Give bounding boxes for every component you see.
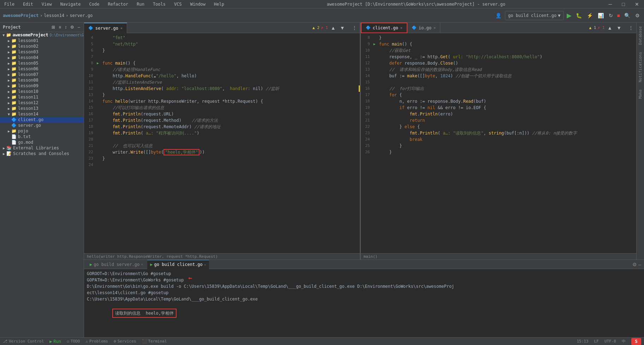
right-status-line: main() bbox=[361, 253, 637, 260]
stop-button[interactable]: ■ bbox=[616, 12, 621, 19]
tree-item-lesson12[interactable]: ▶📁lesson12 bbox=[0, 100, 84, 106]
tree-item-pojo[interactable]: ▶📁pojo bbox=[0, 128, 84, 134]
debug-button[interactable]: 🐛 bbox=[574, 12, 583, 19]
run-status-btn[interactable]: ▶ Run bbox=[49, 339, 61, 344]
tab-close-btn[interactable]: ✕ bbox=[434, 26, 436, 30]
console-minimize-btn[interactable]: – bbox=[638, 262, 641, 267]
sidebar-minimize-btn[interactable]: – bbox=[77, 24, 81, 30]
go-tab-icon: 🔷 bbox=[412, 25, 417, 30]
rerun-button[interactable]: ↻ bbox=[607, 12, 614, 19]
nav-up-btn[interactable]: ▲ bbox=[329, 25, 337, 31]
tree-item-lesson08[interactable]: ▶📁lesson08 bbox=[0, 77, 84, 83]
tree-item-gomod[interactable]: 📄go.mod bbox=[0, 139, 84, 145]
version-control-btn[interactable]: ⎇ Version Control bbox=[3, 339, 44, 344]
minimize-button[interactable]: ─ bbox=[607, 0, 614, 8]
menu-navigate[interactable]: Navigate bbox=[59, 1, 82, 7]
arrow-annotation: GOROOT=D:\Environment\Go #gosetup ← bbox=[87, 270, 171, 277]
tree-item-lesson13[interactable]: ▶📁lesson13 bbox=[0, 106, 84, 111]
tree-item-lesson10[interactable]: ▶📁lesson10 bbox=[0, 89, 84, 94]
console-settings-btn[interactable]: ⚙ bbox=[632, 262, 637, 267]
tree-item-lesson03[interactable]: ▶📁lesson03 bbox=[0, 49, 84, 55]
nav-down-btn[interactable]: ▼ bbox=[615, 25, 623, 31]
sidebar-collapse-btn[interactable]: ↕ bbox=[64, 24, 67, 30]
tab-server-go[interactable]: 🔷 server.go ✕ bbox=[84, 23, 127, 33]
tab-close-btn[interactable]: ✕ bbox=[120, 26, 123, 30]
menu-tools[interactable]: Tools bbox=[151, 1, 167, 7]
tree-item-scratches[interactable]: ▶📝Scratches and Consoles bbox=[0, 151, 84, 156]
tree-item-lesson05[interactable]: ▶📁lesson05 bbox=[0, 60, 84, 66]
code-line: 26 } bbox=[361, 149, 637, 155]
breadcrumb-file[interactable]: server.go bbox=[70, 13, 93, 18]
tab-close-btn[interactable]: ✕ bbox=[400, 26, 402, 30]
sidebar: Project ⊞ ≡ ↕ ⚙ – ▼ 📁 awesomeProject D:\… bbox=[0, 23, 84, 337]
settings-button[interactable]: ⚙ bbox=[634, 12, 641, 19]
nav-up-btn[interactable]: ▲ bbox=[606, 25, 614, 31]
menu-run[interactable]: Run bbox=[135, 1, 146, 7]
tree-item-clicent-go[interactable]: 🔷 clicent.go bbox=[0, 117, 84, 123]
run-button[interactable]: ▶ bbox=[566, 11, 572, 20]
tree-item-lesson06[interactable]: ▶📁lesson06 bbox=[0, 66, 84, 72]
breadcrumb-project[interactable]: awesomeProject bbox=[3, 13, 38, 18]
breadcrumb-folder[interactable]: lesson14 bbox=[44, 13, 64, 18]
tree-item-lesson02[interactable]: ▶📁lesson02 bbox=[0, 43, 84, 49]
status-encoding[interactable]: LF bbox=[594, 339, 599, 344]
problems-btn[interactable]: ⚠ Problems bbox=[85, 339, 108, 344]
menu-file[interactable]: File bbox=[3, 1, 16, 7]
make-btn[interactable]: Make bbox=[637, 87, 643, 101]
tree-label: External Libraries bbox=[13, 145, 59, 150]
todo-btn[interactable]: ☑ TODO bbox=[67, 339, 80, 344]
right-code-content: 8 } 9 ▶ func main() { 10 //获取Get bbox=[361, 33, 637, 157]
services-btn[interactable]: ⚙ Services bbox=[114, 339, 136, 344]
run-config-dropdown[interactable]: go build clicent.go ▼ bbox=[505, 11, 564, 20]
tree-label: lesson11 bbox=[18, 95, 38, 100]
tree-item-lesson11[interactable]: ▶📁lesson11 bbox=[0, 94, 84, 100]
menu-vcs[interactable]: VCS bbox=[173, 1, 183, 7]
tree-item-lesson01[interactable]: ▶📁lesson01 bbox=[0, 38, 84, 43]
menu-view[interactable]: View bbox=[40, 1, 53, 7]
database-btn[interactable]: Database bbox=[637, 24, 643, 47]
terminal-btn[interactable]: ⬛ Terminal bbox=[142, 339, 167, 344]
code-line: 20 fmt.Println(erro) bbox=[361, 111, 637, 117]
toolbar: awesomeProject › lesson14 › server.go 👤 … bbox=[0, 8, 644, 23]
menu-edit[interactable]: Edit bbox=[22, 1, 35, 7]
tree-item-lesson09[interactable]: ▶📁lesson09 bbox=[0, 83, 84, 89]
search-button[interactable]: 🔍 bbox=[623, 12, 632, 19]
profile-run-button[interactable]: 📊 bbox=[596, 12, 605, 19]
coverage-button[interactable]: ⚡ bbox=[585, 12, 594, 19]
folder-icon: 📁 bbox=[11, 38, 17, 43]
maximize-button[interactable]: □ bbox=[620, 0, 627, 8]
sidebar-settings-btn[interactable]: ⚙ bbox=[70, 24, 75, 30]
tree-item-btxt[interactable]: 📄b.txt bbox=[0, 134, 84, 139]
console-tab-server[interactable]: ▶ go build server.go ✕ bbox=[87, 260, 146, 269]
menu-window[interactable]: Window bbox=[189, 1, 207, 7]
tree-item-lesson04[interactable]: ▶📁lesson04 bbox=[0, 55, 84, 60]
nav-down-btn[interactable]: ▼ bbox=[339, 25, 346, 31]
console-tab-clicent-close[interactable]: ✕ bbox=[204, 263, 206, 267]
version-control-icon: ⎇ bbox=[3, 339, 7, 344]
tree-item-ext-libs[interactable]: ▶📚External Libraries bbox=[0, 145, 84, 151]
tree-item-lesson07[interactable]: ▶📁lesson07 bbox=[0, 72, 84, 77]
run-status-icon: ▶ bbox=[49, 339, 52, 344]
logo-s[interactable]: S bbox=[631, 338, 641, 345]
console-tab-clicent[interactable]: ▶ go build clicent.go ✕ bbox=[147, 260, 209, 269]
notifications-btn[interactable]: Notifications bbox=[637, 50, 643, 84]
tree-item-awesomeproject[interactable]: ▼ 📁 awesomeProject D:\Environment\G bbox=[0, 32, 84, 38]
gutter-yellow bbox=[359, 85, 360, 92]
tabs-more-btn[interactable]: ⋮ bbox=[349, 25, 360, 31]
tree-item-lesson14[interactable]: ▼📁lesson14 bbox=[0, 111, 84, 117]
status-charset[interactable]: UTF-8 bbox=[604, 339, 616, 344]
sidebar-layout-btn[interactable]: ⊞ bbox=[51, 24, 56, 30]
tab-clicent-go[interactable]: 🔷 clicent.go ✕ bbox=[361, 23, 407, 33]
tree-item-server-go[interactable]: 🔷 server.go bbox=[0, 123, 84, 128]
tab-io-go[interactable]: 🔷 io.go ✕ bbox=[407, 23, 440, 33]
sidebar-sort-btn[interactable]: ≡ bbox=[58, 24, 62, 30]
status-lang[interactable]: 中 bbox=[622, 339, 626, 344]
profile-button[interactable]: 👤 bbox=[494, 12, 503, 19]
tree-label: lesson01 bbox=[18, 38, 38, 43]
menu-help[interactable]: Help bbox=[213, 1, 226, 7]
menu-refactor[interactable]: Refactor bbox=[106, 1, 130, 7]
console-tab-server-close[interactable]: ✕ bbox=[141, 262, 143, 266]
close-button[interactable]: ✕ bbox=[633, 0, 641, 8]
menu-code[interactable]: Code bbox=[88, 1, 101, 7]
tabs-more-btn[interactable]: ⋮ bbox=[626, 25, 636, 31]
